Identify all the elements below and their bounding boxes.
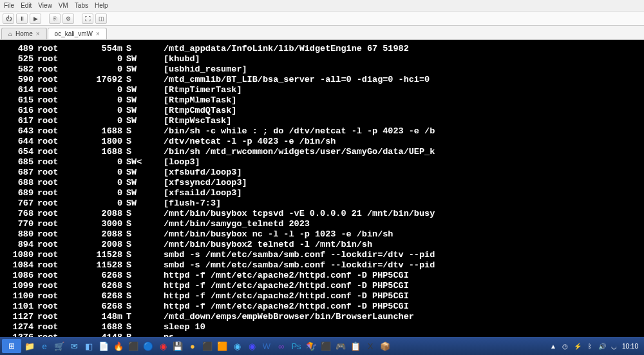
process-stat: S bbox=[122, 271, 151, 281]
taskbar-app-icon[interactable]: 📋 bbox=[348, 339, 363, 353]
taskbar-app-icon[interactable]: ◧ bbox=[82, 339, 96, 353]
taskbar-app-icon[interactable]: 🎮 bbox=[334, 339, 348, 353]
taskbar-app-icon[interactable]: W bbox=[260, 339, 274, 353]
process-command: [xfsbufd/loop3] bbox=[151, 168, 639, 178]
process-command: [RtmpCmdQTask] bbox=[151, 106, 639, 116]
menu-vm[interactable]: VM bbox=[59, 2, 68, 9]
taskbar-app-icon[interactable]: e bbox=[37, 339, 52, 353]
toolbar-power-icon[interactable]: ⏻ bbox=[3, 14, 14, 24]
process-row: 1084root11528Ssmbd -s /mnt/etc/samba/smb… bbox=[5, 260, 639, 271]
taskbar-app-icon[interactable]: Ps bbox=[289, 339, 303, 353]
toolbar-unity-icon[interactable]: ◫ bbox=[95, 14, 107, 24]
process-stat: SW bbox=[122, 106, 151, 116]
process-vsz: 1688 bbox=[67, 147, 122, 157]
process-row: 644root1800S/dtv/netcat -l -p 4023 -e /b… bbox=[5, 137, 639, 147]
process-stat: S bbox=[122, 260, 151, 271]
menu-file[interactable]: File bbox=[4, 2, 14, 9]
taskbar-app-icon[interactable]: ● bbox=[185, 339, 200, 353]
tray-volume-icon[interactable]: 🔊 bbox=[598, 341, 607, 350]
taskbar-app-icon[interactable]: ∞ bbox=[274, 339, 289, 353]
process-pid: 1099 bbox=[5, 281, 33, 291]
taskbar-app-icon[interactable]: 📄 bbox=[97, 339, 111, 353]
taskbar-app-icon[interactable]: ⬛ bbox=[319, 339, 333, 353]
tray-bluetooth-icon[interactable]: ᛒ bbox=[585, 341, 594, 350]
close-icon[interactable]: × bbox=[96, 30, 100, 37]
process-user: root bbox=[33, 157, 67, 168]
process-stat: S bbox=[122, 137, 151, 147]
taskbar-app-icon[interactable]: 🔥 bbox=[111, 339, 126, 353]
process-command: /mtd_appdata/InfoLink/lib/WidgetEngine 6… bbox=[151, 44, 639, 54]
toolbar-fullscreen-icon[interactable]: ⛶ bbox=[82, 14, 93, 24]
process-pid: 1100 bbox=[5, 291, 33, 302]
windows-icon: ⊞ bbox=[8, 341, 15, 350]
menu-edit[interactable]: Edit bbox=[21, 2, 32, 9]
process-vsz: 0 bbox=[67, 157, 122, 168]
tray-wifi-icon[interactable]: ◡ bbox=[610, 341, 619, 350]
taskbar-app-icon[interactable]: 📁 bbox=[23, 339, 37, 353]
tray-battery-icon[interactable]: ⚡ bbox=[573, 341, 582, 350]
process-command: /mnt/bin/samygo_telnetd 2023 bbox=[151, 219, 639, 229]
process-stat: SW bbox=[122, 64, 151, 75]
taskbar-app-icon[interactable]: 💾 bbox=[171, 339, 185, 353]
process-row: 1274root1688Ssleep 10 bbox=[5, 322, 639, 332]
menu-view[interactable]: View bbox=[38, 2, 52, 9]
process-pid: 685 bbox=[5, 157, 33, 168]
process-row: 654root1688S/bin/sh /mtd_rwcommon/widget… bbox=[5, 147, 639, 157]
taskbar-app-icon[interactable]: 📦 bbox=[378, 339, 392, 353]
process-command: httpd -f /mnt/etc/apache2/httpd.conf -D … bbox=[151, 291, 639, 302]
taskbar-app-icon[interactable]: ◉ bbox=[156, 339, 170, 353]
tab-vm[interactable]: oc_kali_vmW × bbox=[48, 28, 107, 39]
toolbar-suspend-icon[interactable]: ⏸ bbox=[16, 14, 28, 24]
process-stat: SW bbox=[122, 116, 151, 126]
process-vsz: 0 bbox=[67, 64, 122, 75]
process-stat: S bbox=[122, 229, 151, 240]
process-pid: 880 bbox=[5, 229, 33, 240]
taskbar-app-icon[interactable]: ⬛ bbox=[126, 339, 140, 353]
process-stat: S bbox=[122, 219, 151, 229]
toolbar-play-icon[interactable]: ▶ bbox=[30, 14, 41, 24]
process-user: root bbox=[33, 219, 67, 229]
process-vsz: 0 bbox=[67, 54, 122, 64]
process-pid: 614 bbox=[5, 85, 33, 95]
tray-up-icon[interactable]: ▲ bbox=[549, 341, 558, 350]
terminal-output[interactable]: 489root554mS/mtd_appdata/InfoLink/lib/Wi… bbox=[0, 40, 644, 337]
process-user: root bbox=[33, 147, 67, 157]
taskbar-app-icon[interactable]: 🟧 bbox=[215, 339, 229, 353]
start-button[interactable]: ⊞ bbox=[2, 339, 21, 353]
tab-bar: ⌂ Home × oc_kali_vmW × bbox=[0, 26, 644, 40]
taskbar-app-icon[interactable]: X bbox=[363, 339, 377, 353]
process-vsz: 11528 bbox=[67, 250, 122, 260]
process-stat: S bbox=[122, 240, 151, 250]
taskbar-app-icon[interactable]: 🔵 bbox=[141, 339, 155, 353]
toolbar-snapshot-icon[interactable]: ⎘ bbox=[49, 14, 61, 24]
toolbar-settings-icon[interactable]: ⚙ bbox=[62, 14, 74, 24]
process-vsz: 0 bbox=[67, 85, 122, 95]
process-command: httpd -f /mnt/etc/apache2/httpd.conf -D … bbox=[151, 302, 639, 312]
process-vsz: 6268 bbox=[67, 281, 122, 291]
taskbar-app-icon[interactable]: 🛒 bbox=[52, 339, 66, 353]
taskbar-app-icon[interactable]: ✉ bbox=[67, 339, 81, 353]
process-row: 616root0SW[RtmpCmdQTask] bbox=[5, 106, 639, 116]
process-command: /mnt/bin/busybox nc -l -l -p 1023 -e /bi… bbox=[151, 229, 639, 240]
taskbar-icons: 📁e🛒✉◧📄🔥⬛🔵◉💾●⬛🟧◉◉W∞Ps🪁⬛🎮📋X📦 bbox=[23, 339, 392, 353]
close-icon[interactable]: × bbox=[36, 30, 40, 37]
taskbar-app-icon[interactable]: ⬛ bbox=[200, 339, 214, 353]
process-user: root bbox=[33, 322, 67, 332]
tab-home[interactable]: ⌂ Home × bbox=[1, 28, 47, 39]
process-row: 614root0SW[RtmpTimerTask] bbox=[5, 85, 639, 95]
taskbar-app-icon[interactable]: ◉ bbox=[245, 339, 259, 353]
process-command: /mnt/bin/busybox2 telnetd -l /mnt/bin/sh bbox=[151, 240, 639, 250]
taskbar-app-icon[interactable]: ◉ bbox=[230, 339, 244, 353]
process-row: 615root0SW[RtmpMlmeTask] bbox=[5, 95, 639, 106]
process-user: root bbox=[33, 64, 67, 75]
tray-network-icon[interactable]: ◷ bbox=[561, 341, 570, 350]
taskbar-app-icon[interactable]: 🪁 bbox=[304, 339, 318, 353]
process-user: root bbox=[33, 312, 67, 322]
process-user: root bbox=[33, 137, 67, 147]
process-row: 894root2008S/mnt/bin/busybox2 telnetd -l… bbox=[5, 240, 639, 250]
menu-help[interactable]: Help bbox=[95, 2, 108, 9]
process-vsz: 6268 bbox=[67, 291, 122, 302]
menu-tabs[interactable]: Tabs bbox=[75, 2, 88, 9]
tray-clock[interactable]: 10:10 bbox=[622, 343, 638, 350]
toolbar: ⏻ ⏸ ▶ ⎘ ⚙ ⛶ ◫ bbox=[0, 12, 644, 26]
